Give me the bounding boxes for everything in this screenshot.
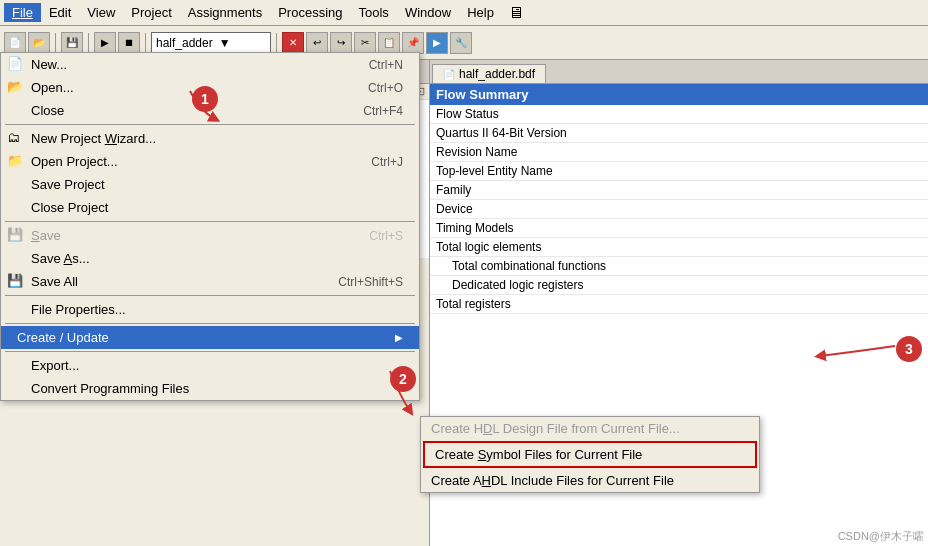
flow-row-5: Device bbox=[430, 200, 928, 219]
file-icon: 📄 bbox=[443, 69, 455, 80]
menu-item-save[interactable]: 💾 Save Ctrl+S bbox=[1, 224, 419, 247]
menu-item-file-props[interactable]: File Properties... bbox=[1, 298, 419, 321]
wizard-icon: 🗂 bbox=[7, 130, 25, 148]
menu-item-close-project[interactable]: Close Project bbox=[1, 196, 419, 219]
combo-dropdown-arrow[interactable]: ▼ bbox=[219, 36, 231, 50]
project-combo[interactable]: half_adder ▼ bbox=[151, 32, 271, 54]
menu-sep-1 bbox=[5, 124, 415, 125]
menu-item-convert-prog-label: Convert Programming Files bbox=[31, 381, 189, 396]
annotation-circle-2: 2 bbox=[390, 366, 416, 392]
flow-row-10: Total registers bbox=[430, 295, 928, 314]
menu-item-create-update-label: Create / Update bbox=[17, 330, 109, 345]
toolbar-icon-open[interactable]: 📂 bbox=[28, 32, 50, 54]
menubar-item-file[interactable]: File bbox=[4, 3, 41, 22]
toolbar-icon-copy[interactable]: 📋 bbox=[378, 32, 400, 54]
menu-item-save-label: Save bbox=[31, 228, 61, 243]
menu-item-convert-prog[interactable]: Convert Programming Files bbox=[1, 377, 419, 400]
submenu-item-symbol-label: Create Symbol Files for Current File bbox=[435, 447, 642, 462]
menu-item-open-project[interactable]: 📁 Open Project... Ctrl+J bbox=[1, 150, 419, 173]
menu-sep-2 bbox=[5, 221, 415, 222]
toolbar-icon-save[interactable]: 💾 bbox=[61, 32, 83, 54]
menu-item-close-label: Close bbox=[31, 103, 64, 118]
flow-row-1: Quartus II 64-Bit Version bbox=[430, 124, 928, 143]
toolbar-icon-undo[interactable]: ↩ bbox=[306, 32, 328, 54]
menu-item-save-project[interactable]: Save Project bbox=[1, 173, 419, 196]
open-icon: 📂 bbox=[7, 79, 25, 97]
submenu-item-ahdl-label: Create AHDL Include Files for Current Fi… bbox=[431, 473, 674, 488]
submenu-arrow: ▶ bbox=[395, 332, 403, 343]
annotation-circle-3: 3 bbox=[896, 336, 922, 362]
flow-row-9: Dedicated logic registers bbox=[430, 276, 928, 295]
annotation-circle-1: 1 bbox=[192, 86, 218, 112]
toolbar-icon-new[interactable]: 📄 bbox=[4, 32, 26, 54]
toolbar-icon-rtl[interactable]: 🔧 bbox=[450, 32, 472, 54]
toolbar-icon-paste[interactable]: 📌 bbox=[402, 32, 424, 54]
flow-row-0: Flow Status bbox=[430, 105, 928, 124]
toolbar-icon-x[interactable]: ✕ bbox=[282, 32, 304, 54]
toolbar-sep1 bbox=[55, 33, 56, 53]
menubar-item-tools[interactable]: Tools bbox=[351, 3, 397, 22]
project-name: half_adder bbox=[156, 36, 213, 50]
toolbar-sep2 bbox=[88, 33, 89, 53]
flow-row-2: Revision Name bbox=[430, 143, 928, 162]
menu-item-close-project-label: Close Project bbox=[31, 200, 108, 215]
menu-sep-3 bbox=[5, 295, 415, 296]
submenu-item-hdl[interactable]: Create HDL Design File from Current File… bbox=[421, 417, 759, 440]
menubar-item-view[interactable]: View bbox=[79, 3, 123, 22]
menu-item-new-label: New... bbox=[31, 57, 67, 72]
menu-item-create-update[interactable]: Create / Update ▶ bbox=[1, 326, 419, 349]
right-panel-tabbar: 📄 half_adder.bdf bbox=[430, 60, 928, 84]
menu-item-save-project-label: Save Project bbox=[31, 177, 105, 192]
toolbar-icon-cut[interactable]: ✂ bbox=[354, 32, 376, 54]
menu-sep-4 bbox=[5, 323, 415, 324]
menubar-item-edit[interactable]: Edit bbox=[41, 3, 79, 22]
menu-sep-5 bbox=[5, 351, 415, 352]
submenu-item-symbol[interactable]: Create Symbol Files for Current File bbox=[423, 441, 757, 468]
menubar-item-window[interactable]: Window bbox=[397, 3, 459, 22]
new-icon: 📄 bbox=[7, 56, 25, 74]
open-project-icon: 📁 bbox=[7, 153, 25, 171]
menu-item-save-all[interactable]: 💾 Save All Ctrl+Shift+S bbox=[1, 270, 419, 293]
watermark: CSDN@伊木子嚯 bbox=[838, 529, 924, 544]
app-area: 📄 📂 💾 ▶ ⏹ half_adder ▼ ✕ ↩ ↪ ✂ 📋 📌 ▶ 🔧 bbox=[0, 26, 928, 546]
menu-item-new-project-label: New Project Wizard... bbox=[31, 131, 156, 146]
submenu-item-ahdl[interactable]: Create AHDL Include Files for Current Fi… bbox=[421, 469, 759, 492]
menu-item-export-label: Export... bbox=[31, 358, 79, 373]
flow-row-7: Total logic elements bbox=[430, 238, 928, 257]
toolbar-sep4 bbox=[276, 33, 277, 53]
toolbar-icon-run[interactable]: ▶ bbox=[426, 32, 448, 54]
quartus-icon: 🖥 bbox=[508, 4, 524, 22]
menu-item-save-as-label: Save As... bbox=[31, 251, 90, 266]
flow-row-3: Top-level Entity Name bbox=[430, 162, 928, 181]
menubar: File Edit View Project Assignments Proce… bbox=[0, 0, 928, 26]
menu-item-open-project-label: Open Project... bbox=[31, 154, 118, 169]
toolbar-icon-redo[interactable]: ↪ bbox=[330, 32, 352, 54]
menu-item-open-label: Open... bbox=[31, 80, 74, 95]
toolbar-icon-compile[interactable]: ▶ bbox=[94, 32, 116, 54]
menu-item-new-project[interactable]: 🗂 New Project Wizard... bbox=[1, 127, 419, 150]
flow-row-6: Timing Models bbox=[430, 219, 928, 238]
menubar-item-assignments[interactable]: Assignments bbox=[180, 3, 270, 22]
menu-item-export[interactable]: Export... bbox=[1, 354, 419, 377]
flow-summary-header: Flow Summary bbox=[430, 84, 928, 105]
submenu-create-update: Create HDL Design File from Current File… bbox=[420, 416, 760, 493]
save-all-icon: 💾 bbox=[7, 273, 25, 291]
tab-file[interactable]: 📄 half_adder.bdf bbox=[432, 64, 546, 83]
submenu-item-hdl-label: Create HDL Design File from Current File… bbox=[431, 421, 680, 436]
menubar-item-project[interactable]: Project bbox=[123, 3, 179, 22]
menu-item-save-all-label: Save All bbox=[31, 274, 78, 289]
toolbar-sep3 bbox=[145, 33, 146, 53]
flow-row-8: Total combinational functions bbox=[430, 257, 928, 276]
flow-row-4: Family bbox=[430, 181, 928, 200]
menu-item-file-props-label: File Properties... bbox=[31, 302, 126, 317]
menu-item-save-as[interactable]: Save As... bbox=[1, 247, 419, 270]
toolbar-icon-stop[interactable]: ⏹ bbox=[118, 32, 140, 54]
save-icon: 💾 bbox=[7, 227, 25, 245]
menu-item-new[interactable]: 📄 New... Ctrl+N bbox=[1, 53, 419, 76]
application-window: File Edit View Project Assignments Proce… bbox=[0, 0, 928, 546]
menubar-item-processing[interactable]: Processing bbox=[270, 3, 350, 22]
menubar-item-help[interactable]: Help bbox=[459, 3, 502, 22]
